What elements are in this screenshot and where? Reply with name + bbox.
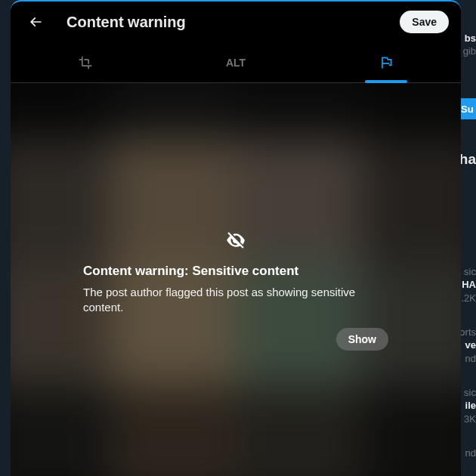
tab-crop[interactable] [11, 42, 161, 82]
flag-icon [379, 55, 394, 70]
content-warning-overlay: Content warning: Sensitive content The p… [83, 230, 388, 351]
bg-text: ile [465, 400, 476, 411]
bg-text: sic [464, 266, 476, 277]
bg-text: 3K [464, 413, 476, 425]
bg-text: HA [462, 279, 476, 290]
bg-text: ve [465, 339, 476, 351]
warning-description: The post author flagged this post as sho… [83, 285, 388, 314]
modal-header: Content warning Save [11, 2, 461, 42]
bg-text: bs [465, 32, 476, 44]
bg-text: orts [459, 326, 476, 338]
image-preview-area: Content warning: Sensitive content The p… [11, 83, 461, 476]
bg-text: gib [463, 45, 476, 57]
tab-alt-text[interactable]: ALT [161, 42, 311, 82]
background-sidebar: bs gib Su 'ha sic HA .2K orts ve nd sic … [459, 0, 476, 476]
bg-text: nd [465, 447, 476, 459]
tab-alt-label: ALT [226, 57, 246, 69]
back-button[interactable] [23, 9, 48, 35]
bg-text: 'ha [459, 151, 476, 168]
tab-content-warning[interactable] [311, 42, 461, 82]
show-button[interactable]: Show [336, 328, 388, 351]
save-button[interactable]: Save [400, 11, 449, 33]
bg-text: .2K [461, 292, 476, 304]
arrow-left-icon [28, 14, 43, 29]
bg-text: nd [465, 353, 476, 364]
tab-bar: ALT [11, 42, 461, 83]
content-warning-modal: Content warning Save ALT [11, 0, 461, 476]
hidden-eye-icon [226, 230, 246, 253]
modal-title: Content warning [66, 14, 400, 31]
subscribe-button-fragment: Su [459, 98, 476, 119]
crop-icon [78, 55, 93, 70]
bg-text: sic [464, 387, 476, 398]
warning-title: Content warning: Sensitive content [83, 264, 388, 279]
